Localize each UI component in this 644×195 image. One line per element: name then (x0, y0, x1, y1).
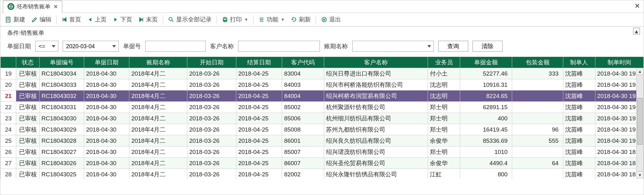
cell-period[interactable]: 2018年4月二 (129, 68, 187, 79)
cell-n[interactable]: 27 (1, 158, 16, 169)
cell-start[interactable]: 2018-03-26 (187, 124, 236, 135)
cell-settle[interactable]: 2018-04-25 (236, 79, 282, 91)
table-row[interactable]: 19已审核RC180430342018-04-302018年4月二2018-03… (1, 68, 644, 79)
cell-settle[interactable]: 2018-04-25 (236, 158, 282, 169)
cell-settle[interactable]: 2018-04-25 (236, 146, 282, 158)
cell-maker[interactable]: 沈苗峰 (563, 158, 595, 169)
table-row[interactable]: 24已审核RC180430292018-04-302018年4月二2018-03… (1, 124, 644, 135)
scroll-up-icon[interactable]: ▲ (637, 68, 643, 75)
cell-cust[interactable]: 杭州细川纺织品有限公司 (324, 113, 428, 124)
edit-button[interactable]: 编辑 (29, 15, 54, 24)
cell-no[interactable]: RC18043030 (40, 113, 84, 124)
cell-cust[interactable]: 绍兴良久纺织品有限公司 (324, 135, 428, 146)
cell-cust[interactable]: 苏州九都纺织有限公司 (324, 124, 428, 135)
cell-date[interactable]: 2018-04-30 (84, 91, 129, 102)
cell-pack[interactable]: 333 (512, 68, 563, 79)
cell-pack[interactable] (512, 169, 563, 179)
cell-pack[interactable] (512, 91, 563, 102)
cell-start[interactable]: 2018-03-26 (187, 169, 236, 179)
cell-no[interactable]: RC18043032 (40, 91, 84, 102)
column-header[interactable]: 客户代码 (282, 57, 324, 68)
cell-period[interactable]: 2018年4月二 (129, 135, 187, 146)
vertical-scrollbar[interactable]: ▲ ▼ (636, 68, 644, 179)
table-row[interactable]: 27已审核RC180430262018-04-302018年4月二2018-03… (1, 158, 644, 169)
cell-start[interactable]: 2018-03-26 (187, 91, 236, 102)
period-select[interactable] (352, 41, 434, 52)
cell-period[interactable]: 2018年4月二 (129, 146, 187, 158)
table-row[interactable]: 28已审核RC180430252018-04-302018年4月二2018-03… (1, 169, 644, 179)
cell-period[interactable]: 2018年4月二 (129, 124, 187, 135)
cell-date[interactable]: 2018-04-30 (84, 135, 129, 146)
cell-date[interactable]: 2018-04-30 (84, 113, 129, 124)
cell-code[interactable]: 83004 (282, 68, 324, 79)
cell-date[interactable]: 2018-04-30 (84, 102, 129, 113)
cell-code[interactable]: 84004 (282, 91, 324, 102)
prev-page-button[interactable]: 上页 (85, 15, 109, 24)
cell-amt[interactable]: 16419.45 (460, 124, 512, 135)
cell-sales[interactable]: 余俊华 (428, 135, 460, 146)
scroll-down-icon[interactable]: ▼ (637, 171, 643, 178)
cell-status[interactable]: 已审核 (16, 91, 40, 102)
cell-no[interactable]: RC18043028 (40, 135, 84, 146)
cell-n[interactable]: 28 (1, 169, 16, 179)
cell-settle[interactable]: 2018-04-25 (236, 68, 282, 79)
cell-no[interactable]: RC18043033 (40, 79, 84, 91)
cell-start[interactable]: 2018-03-26 (187, 79, 236, 91)
cell-amt[interactable]: 800 (460, 169, 512, 179)
cell-period[interactable]: 2018年4月二 (129, 79, 187, 91)
column-header[interactable]: 业务员 (428, 57, 460, 68)
cell-period[interactable]: 2018年4月二 (129, 102, 187, 113)
cell-period[interactable]: 2018年4月二 (129, 113, 187, 124)
cell-start[interactable]: 2018-03-26 (187, 135, 236, 146)
cell-sales[interactable]: 沈志明 (428, 91, 460, 102)
cell-period[interactable]: 2018年4月二 (129, 158, 187, 169)
cell-maker[interactable]: 沈苗峰 (563, 102, 595, 113)
date-op-select[interactable]: <= (35, 41, 58, 52)
cell-cust[interactable]: 绍兴市柯桥洛能纺织有限公司 (324, 79, 428, 91)
cell-sales[interactable]: 余俊华 (428, 158, 460, 169)
cell-date[interactable]: 2018-04-30 (84, 169, 129, 179)
cell-pack[interactable]: 555 (512, 135, 563, 146)
cell-maker[interactable]: 沈苗峰 (563, 169, 595, 179)
cell-date[interactable]: 2018-04-30 (84, 79, 129, 91)
cell-code[interactable]: 85007 (282, 146, 324, 158)
showall-button[interactable]: 显示全部记录 (166, 15, 214, 24)
cell-code[interactable]: 82002 (282, 169, 324, 179)
cell-n[interactable]: 24 (1, 124, 16, 135)
cell-settle[interactable]: 2018-04-25 (236, 135, 282, 146)
cell-start[interactable]: 2018-03-26 (187, 102, 236, 113)
cell-maker[interactable]: 沈苗峰 (563, 68, 595, 79)
cell-start[interactable]: 2018-03-26 (187, 158, 236, 169)
cell-code[interactable]: 86007 (282, 158, 324, 169)
column-header[interactable]: 客户名称 (324, 57, 428, 68)
cell-code[interactable]: 84003 (282, 79, 324, 91)
column-header[interactable]: 单据日期 (84, 57, 129, 68)
cell-sales[interactable]: 郑士明 (428, 124, 460, 135)
cell-date[interactable]: 2018-04-30 (84, 146, 129, 158)
cell-status[interactable]: 已审核 (16, 158, 40, 169)
docno-input[interactable] (145, 41, 206, 52)
cell-start[interactable]: 2018-03-26 (187, 68, 236, 79)
cell-start[interactable]: 2018-03-26 (187, 146, 236, 158)
cell-date[interactable]: 2018-04-30 (84, 158, 129, 169)
column-header[interactable]: 制单时间 (595, 57, 643, 68)
column-header[interactable]: 单据编号 (40, 57, 84, 68)
cell-amt[interactable]: 85336.69 (460, 135, 512, 146)
cell-pack[interactable] (512, 146, 563, 158)
column-header[interactable]: 结算日期 (236, 57, 282, 68)
cell-cust[interactable]: 绍兴永隆针纺绣品有限公司 (324, 169, 428, 179)
cell-no[interactable]: RC18043025 (40, 169, 84, 179)
cell-settle[interactable]: 2018-04-25 (236, 124, 282, 135)
cell-period[interactable]: 2018年4月二 (129, 169, 187, 179)
cell-n[interactable]: 19 (1, 68, 16, 79)
column-header[interactable]: 包装金额 (512, 57, 563, 68)
cell-cust[interactable]: 绍兴珺茂纺织有限公司 (324, 146, 428, 158)
function-button[interactable]: 功能▼ (256, 15, 287, 24)
cell-n[interactable]: 22 (1, 102, 16, 113)
query-button[interactable]: 查询 (438, 41, 468, 52)
column-header[interactable]: 单据金额 (460, 57, 512, 68)
cell-status[interactable]: 已审核 (16, 124, 40, 135)
next-page-button[interactable]: 下页 (110, 15, 135, 24)
print-button[interactable]: 打印▼ (219, 15, 251, 24)
cell-amt[interactable]: 10916.31 (460, 79, 512, 91)
